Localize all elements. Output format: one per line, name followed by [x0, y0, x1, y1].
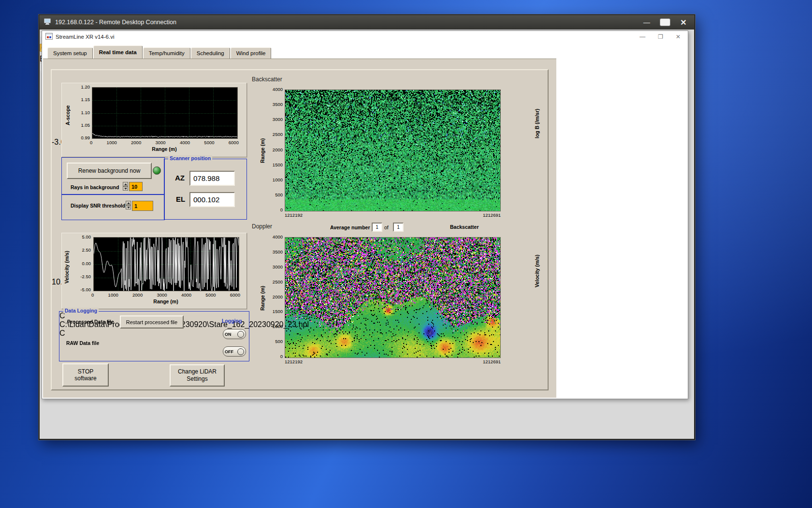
real-time-data-panel: A-scope 1.201.151.101.050.99 01000200030… — [51, 69, 549, 390]
doppler-title: Doppler — [252, 223, 272, 230]
backscatter-y-axis-label: Range (m) — [260, 127, 265, 174]
tab-temp-humidity[interactable]: Temp/humidity — [143, 47, 190, 59]
front-panel: A-scope 1.201.151.101.050.99 01000200030… — [43, 59, 556, 398]
az-value-field[interactable]: 078.988 — [189, 171, 235, 186]
stop-line1: STOP — [78, 368, 93, 375]
rdp-titlebar[interactable]: 192.168.0.122 - Remote Desktop Connectio… — [39, 15, 695, 30]
tab-strip: System setup Real time data Temp/humidit… — [43, 45, 272, 59]
stop-software-button[interactable]: STOP software — [62, 363, 109, 387]
app-minimize-button[interactable]: — — [639, 33, 645, 40]
renew-background-button[interactable]: Renew background now — [67, 163, 152, 179]
velocity-plot-canvas — [93, 237, 239, 291]
rdp-close-button[interactable]: ✕ — [677, 18, 690, 27]
az-label: AZ — [175, 174, 185, 182]
backscatter-toggle-label: Backscatter — [450, 224, 479, 230]
average-of-label: of — [384, 224, 389, 230]
backscatter-colorbar — [52, 70, 61, 138]
settings-line2: Settings — [187, 375, 207, 383]
stop-line2: software — [74, 375, 96, 382]
on-lamp-icon — [237, 331, 244, 338]
processed-logging-toggle[interactable]: ON — [223, 329, 246, 339]
backscatter-heatmap-canvas — [285, 90, 501, 211]
doppler-colorbar — [52, 210, 61, 278]
tab-wind-profile[interactable]: Wind profile — [231, 47, 272, 59]
rdp-window-title: 192.168.0.122 - Remote Desktop Connectio… — [55, 19, 176, 26]
ascope-x-ticks: 0100020003000400050006000 — [90, 140, 239, 145]
backscatter-y-ticks: 40003500300025002000150010005000 — [267, 87, 283, 212]
data-logging-group: Data Logging Processed Data file Restart… — [59, 311, 249, 361]
snr-value-field[interactable]: 1 — [132, 201, 153, 211]
velocity-x-axis-label: Range (m) — [93, 299, 238, 304]
rdp-minimize-button[interactable]: — — [640, 18, 653, 26]
ascope-y-ticks: 1.201.151.101.050.99 — [74, 85, 90, 140]
app-window-title: StreamLine XR v14-6.vi — [56, 34, 114, 40]
doppler-heatmap-canvas — [285, 237, 501, 358]
rays-in-background-label: Rays in background — [71, 184, 119, 190]
rdp-window: 192.168.0.122 - Remote Desktop Connectio… — [39, 15, 695, 440]
average-number-field[interactable]: 1 — [372, 223, 382, 232]
remote-desktop-area: StreamLine XR v14-6.vi — ❐ ✕ System setu… — [40, 30, 694, 439]
change-lidar-settings-button[interactable]: Change LiDAR Settings — [170, 364, 225, 387]
ascope-graph: A-scope 1.201.151.101.050.99 01000200030… — [61, 83, 247, 157]
velocity-graph: Velocity (m/s) 5.002.500.00-2.50-5.00 01… — [61, 233, 247, 309]
vi-app-icon — [45, 33, 53, 41]
tab-scheduling[interactable]: Scheduling — [191, 47, 230, 59]
raw-logging-toggle[interactable]: OFF — [223, 346, 246, 357]
off-lamp-icon — [237, 348, 244, 355]
restart-processed-file-button[interactable]: Restart processed file — [120, 315, 184, 329]
streamline-app-window: StreamLine XR v14-6.vi — ❐ ✕ System setu… — [42, 30, 688, 399]
renew-background-led — [153, 166, 161, 175]
doppler-colorbar-label: Velocity (m/s) — [534, 242, 540, 300]
rdp-maximize-button[interactable] — [660, 18, 670, 26]
background-group: Renew background now Rays in background … — [61, 157, 165, 195]
ascope-y-axis-label: A-scope — [65, 92, 71, 138]
ascope-x-axis-label: Range (m) — [92, 146, 237, 152]
rays-value-field[interactable]: 10 — [129, 182, 143, 191]
doppler-y-axis-label: Range (m) — [260, 275, 265, 321]
processed-data-file-label: Processed Data file — [67, 319, 114, 325]
velocity-x-ticks: 0100020003000400050006000 — [91, 292, 240, 298]
windows-desktop: 192.168.0.122 - Remote Desktop Connectio… — [0, 0, 812, 508]
raw-data-file-label: RAW Data file — [66, 340, 99, 346]
backscatter-title: Backscatter — [252, 76, 282, 83]
velocity-y-axis-label: Velocity (m/s) — [64, 243, 70, 291]
el-value-field[interactable]: 000.102 — [189, 192, 235, 207]
backscatter-x-ticks: 12121921212691 — [285, 212, 501, 218]
on-label: ON — [225, 332, 232, 337]
off-label: OFF — [225, 349, 233, 354]
ascope-plot-canvas — [92, 87, 238, 139]
doppler-x-ticks: 12121921212691 — [285, 359, 501, 364]
backscatter-colorbar-label: log B (/m/sr) — [534, 94, 540, 152]
remote-computer-icon — [44, 18, 52, 27]
snr-threshold-label: Display SNR threshold — [71, 203, 125, 209]
settings-line1: Change LiDAR — [178, 368, 217, 375]
average-number-label: Average number — [330, 224, 370, 230]
doppler-y-ticks: 40003500300025002000150010005000 — [267, 235, 283, 359]
tab-real-time-data[interactable]: Real time data — [93, 45, 143, 59]
app-restore-button[interactable]: ❐ — [658, 33, 663, 40]
app-close-button[interactable]: ✕ — [676, 33, 681, 40]
logging-label: Logging — [222, 318, 242, 324]
average-of-field[interactable]: 1 — [393, 223, 404, 232]
raw-path-row: C — [59, 329, 249, 338]
velocity-y-ticks: 5.002.500.00-2.50-5.00 — [74, 235, 91, 292]
tab-system-setup[interactable]: System setup — [47, 47, 93, 59]
scanner-position-title: Scanner position — [168, 155, 212, 161]
raw-drive-icon[interactable]: C — [59, 329, 65, 337]
scanner-position-group: Scanner position AZ 078.988 EL 000.102 — [164, 159, 247, 220]
data-logging-title: Data Logging — [63, 308, 99, 314]
snr-spinner[interactable] — [126, 201, 131, 209]
app-titlebar[interactable]: StreamLine XR v14-6.vi — ❐ ✕ — [42, 31, 688, 43]
rays-spinner[interactable] — [123, 182, 128, 191]
el-label: EL — [176, 195, 185, 203]
snr-group: Display SNR threshold 1 — [61, 194, 165, 220]
